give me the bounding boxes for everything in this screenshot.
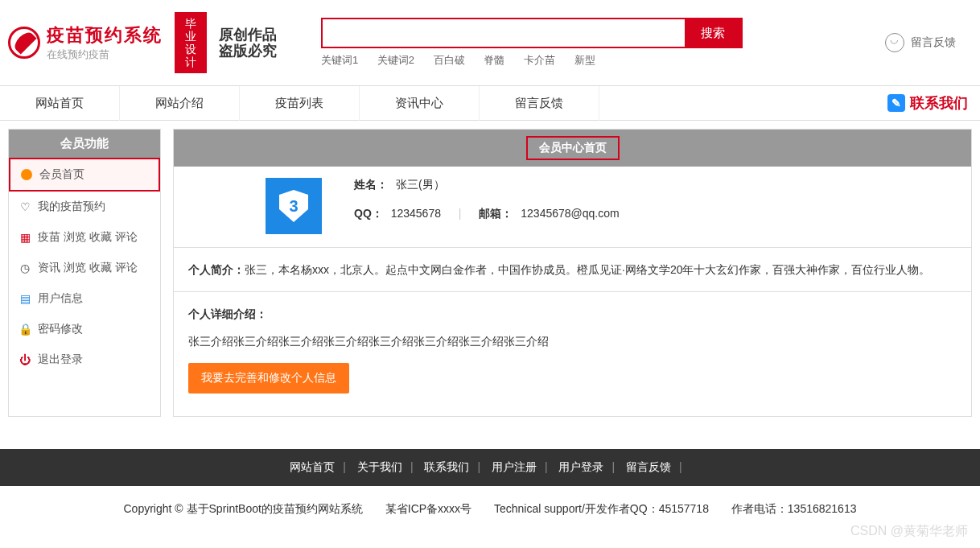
keyword-list: 关键词1 关键词2 百白破 脊髓 卡介苗 新型 [321,53,743,68]
keyword-link[interactable]: 关键词2 [377,54,414,66]
detail-label: 个人详细介绍： [188,303,957,324]
profile-top-section: 3 姓名： 张三(男） QQ： 12345678 | 邮箱： 12345678@… [174,167,971,248]
design-badge: 毕业 设计 [175,12,207,73]
nav-about[interactable]: 网站介绍 [120,86,240,121]
feedback-label: 留言反馈 [911,35,956,50]
icp-text: 某省ICP备xxxx号 [385,502,471,515]
contact-label: 联系我们 [910,93,968,113]
edit-profile-button[interactable]: 我要去完善和修改个人信息 [188,363,349,393]
sidebar-item-news-browse[interactable]: ◷ 资讯 浏览 收藏 评论 [9,253,160,283]
content-header: 会员中心首页 [174,130,971,167]
contact-us-link[interactable]: ✎ 联系我们 [887,93,968,113]
user-avatar: 3 [266,178,322,234]
keyword-link[interactable]: 新型 [574,54,595,66]
qq-value: 12345678 [391,207,441,220]
original-art-text: 原创作品 盗版必究 [219,27,277,59]
name-label: 姓名： [354,178,388,191]
logo-group[interactable]: 疫苗预约系统 在线预约疫苗 [8,23,163,62]
nav-news[interactable]: 资讯中心 [360,86,480,121]
nav-vaccine-list[interactable]: 疫苗列表 [240,86,360,121]
sidebar-item-label: 用户信息 [38,291,83,306]
qq-label: QQ： [354,207,383,220]
detail-section: 个人详细介绍： 张三介绍张三介绍张三介绍张三介绍张三介绍张三介绍张三介绍张三介绍… [174,292,971,416]
keyword-link[interactable]: 脊髓 [484,54,504,66]
support-text: Technical support/开发作者QQ：45157718 [494,502,709,515]
main-nav: 网站首页 网站介绍 疫苗列表 资讯中心 留言反馈 ✎ 联系我们 [0,85,980,121]
sidebar-item-vaccine-browse[interactable]: ▦ 疫苗 浏览 收藏 评论 [9,222,160,253]
email-label: 邮箱： [479,207,513,220]
email-value: 12345678@qq.com [521,207,619,220]
sidebar-item-user-info[interactable]: ▤ 用户信息 [9,283,160,314]
name-value: 张三(男） [396,178,445,191]
sidebar-item-home[interactable]: 会员首页 [9,158,160,192]
footer-nav: 网站首页| 关于我们| 联系我们| 用户注册| 用户登录| 留言反馈| [0,449,980,486]
search-input[interactable] [323,19,685,47]
heart-icon: ♡ [19,200,31,213]
sidebar-title: 会员功能 [9,130,160,158]
search-area: 搜索 关键词1 关键词2 百白破 脊髓 卡介苗 新型 [321,18,743,68]
sidebar-item-label: 会员首页 [39,167,84,182]
support-icon [885,33,904,52]
power-icon: ⏻ [19,353,31,366]
clock-icon: ◷ [19,262,31,274]
content-area: 会员中心首页 3 姓名： 张三(男） QQ： 12345678 | 邮箱： [173,129,972,417]
search-button[interactable]: 搜索 [685,19,741,47]
sidebar-item-my-appointments[interactable]: ♡ 我的疫苗预约 [9,192,160,222]
footer-link-login[interactable]: 用户登录 [558,460,603,473]
feedback-link-top[interactable]: 留言反馈 [885,33,956,52]
member-sidebar: 会员功能 会员首页 ♡ 我的疫苗预约 ▦ 疫苗 浏览 收藏 评论 ◷ 资讯 浏览… [8,129,161,417]
footer-link-feedback[interactable]: 留言反馈 [626,460,671,473]
footer: 网站首页| 关于我们| 联系我们| 用户注册| 用户登录| 留言反馈| Copy… [0,449,980,533]
footer-link-about[interactable]: 关于我们 [357,460,402,473]
footer-link-register[interactable]: 用户注册 [492,460,537,473]
intro-text: 张三，本名杨xxx，北京人。起点中文网白金作者，中国作协成员。橙瓜见证·网络文学… [245,263,930,276]
shield-icon: 3 [279,190,308,222]
sidebar-item-label: 资讯 浏览 收藏 评论 [38,261,138,275]
keyword-link[interactable]: 关键词1 [321,54,358,66]
site-subtitle: 在线预约疫苗 [47,47,163,62]
phone-text: 作者电话：13516821613 [731,502,857,515]
pencil-icon: ✎ [887,94,905,112]
copyright-text: Copyright © 基于SprintBoot的疫苗预约网站系统 [124,502,363,515]
sidebar-item-label: 疫苗 浏览 收藏 评论 [38,230,138,245]
sidebar-item-label: 我的疫苗预约 [38,200,105,214]
site-title: 疫苗预约系统 [47,23,163,47]
keyword-link[interactable]: 百白破 [434,54,465,66]
sidebar-item-label: 退出登录 [38,352,83,367]
sidebar-item-logout[interactable]: ⏻ 退出登录 [9,344,160,375]
home-icon [20,168,33,181]
grid-icon: ▦ [19,231,31,244]
content-title: 会员中心首页 [526,136,620,160]
lock-icon: 🔒 [19,323,31,336]
sidebar-item-label: 密码修改 [38,322,83,336]
footer-info: Copyright © 基于SprintBoot的疫苗预约网站系统 某省ICP备… [0,486,980,533]
footer-link-contact[interactable]: 联系我们 [424,460,469,473]
nav-home[interactable]: 网站首页 [0,86,120,121]
footer-link-home[interactable]: 网站首页 [290,460,335,473]
logo-icon [8,27,40,59]
intro-label: 个人简介： [188,263,245,276]
sidebar-item-password[interactable]: 🔒 密码修改 [9,314,160,344]
divider-icon: | [459,207,462,220]
keyword-link[interactable]: 卡介苗 [524,54,555,66]
nav-feedback[interactable]: 留言反馈 [480,86,599,121]
header-bar: 疫苗预约系统 在线预约疫苗 毕业 设计 原创作品 盗版必究 搜索 关键词1 关键… [0,0,980,85]
intro-section: 个人简介：张三，本名杨xxx，北京人。起点中文网白金作者，中国作协成员。橙瓜见证… [174,248,971,292]
document-icon: ▤ [19,292,31,305]
detail-text: 张三介绍张三介绍张三介绍张三介绍张三介绍张三介绍张三介绍张三介绍 [188,331,957,352]
